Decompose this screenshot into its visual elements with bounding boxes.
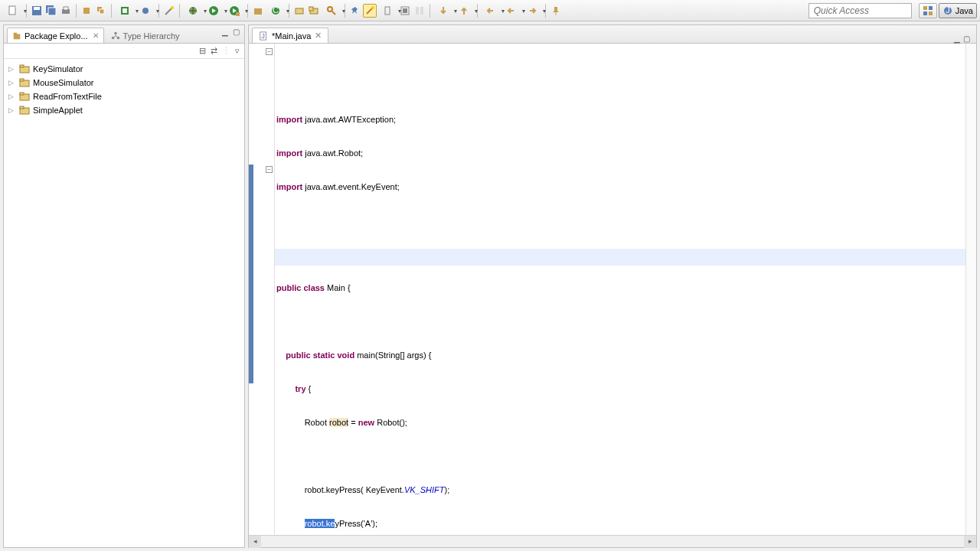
next-annotation-button[interactable]: ▾ bbox=[433, 4, 453, 18]
close-icon[interactable]: ✕ bbox=[315, 31, 322, 41]
toggle-mark-button[interactable] bbox=[363, 4, 377, 18]
toggle-block-button[interactable] bbox=[398, 4, 412, 18]
print-button[interactable] bbox=[59, 4, 73, 18]
link-editor-icon[interactable]: ⇄ bbox=[211, 46, 217, 56]
show-whitespace-button[interactable] bbox=[413, 4, 426, 18]
svg-rect-44 bbox=[20, 79, 24, 81]
save-all-button[interactable] bbox=[44, 4, 58, 18]
open-type-button[interactable] bbox=[292, 4, 306, 18]
editor-gutter[interactable]: − − bbox=[249, 44, 275, 535]
project-folder-icon bbox=[19, 77, 30, 88]
svg-point-38 bbox=[114, 31, 116, 34]
project-folder-icon bbox=[19, 64, 30, 74]
skip-breakpoints-button[interactable]: ▾ bbox=[136, 4, 155, 18]
collapse-all-icon[interactable]: ⊟ bbox=[199, 46, 206, 56]
svg-rect-20 bbox=[296, 8, 303, 14]
svg-text:J: J bbox=[946, 5, 950, 15]
svg-text:J: J bbox=[261, 31, 265, 40]
java-perspective-button[interactable]: JJava bbox=[939, 3, 977, 18]
expand-arrow-icon[interactable]: ▷ bbox=[8, 79, 16, 86]
code-editor[interactable]: import java.awt.AWTException; import jav… bbox=[275, 44, 976, 535]
pin-button[interactable] bbox=[348, 4, 362, 18]
package-icon bbox=[12, 31, 21, 41]
editor-tab-filename: *Main.java bbox=[272, 31, 311, 41]
editor-body[interactable]: − − import java.awt.AWTException; import… bbox=[249, 44, 976, 535]
svg-rect-37 bbox=[14, 32, 17, 34]
forward-button[interactable]: ▾ bbox=[522, 4, 542, 18]
code-token: public bbox=[286, 350, 310, 360]
tree-item-project[interactable]: ▷ ReadFromTextFile bbox=[5, 90, 243, 103]
last-edit-button[interactable]: ▾ bbox=[481, 4, 501, 18]
package-explorer-tab[interactable]: Package Explo... ✕ bbox=[7, 28, 104, 43]
package-explorer-tab-label: Package Explo... bbox=[24, 31, 88, 41]
code-token: import bbox=[276, 148, 302, 158]
code-token: ); bbox=[444, 485, 449, 494]
tree-item-project[interactable]: ▷ SimpleApplet bbox=[5, 103, 243, 117]
svg-point-12 bbox=[171, 6, 174, 9]
fold-toggle-icon[interactable]: − bbox=[266, 48, 273, 55]
build-all-button[interactable] bbox=[94, 4, 108, 18]
build-button[interactable] bbox=[80, 4, 93, 18]
svg-rect-33 bbox=[929, 11, 933, 15]
type-hierarchy-tab[interactable]: Type Hierarchy bbox=[106, 28, 185, 43]
horizontal-scrollbar[interactable]: ◂ ▸ bbox=[249, 535, 976, 547]
expand-arrow-icon[interactable]: ▷ bbox=[8, 93, 16, 100]
code-token: static bbox=[313, 350, 335, 360]
svg-rect-0 bbox=[9, 6, 15, 15]
prev-annotation-button[interactable]: ▾ bbox=[454, 4, 474, 18]
tree-item-project[interactable]: ▷ KeySimulator bbox=[5, 62, 243, 76]
code-token: yPress('A'); bbox=[335, 519, 377, 528]
scroll-right-icon[interactable]: ▸ bbox=[964, 536, 976, 548]
filters-icon[interactable]: ⋮ bbox=[222, 46, 230, 56]
new-button[interactable]: ▾ bbox=[3, 4, 23, 18]
minimize-view-icon[interactable]: ▁ bbox=[222, 28, 228, 36]
expand-arrow-icon[interactable]: ▷ bbox=[8, 65, 16, 73]
annotation-nav-button[interactable]: ▾ bbox=[377, 4, 397, 18]
fold-toggle-icon[interactable]: − bbox=[266, 166, 273, 173]
code-token: java.awt.event.KeyEvent; bbox=[302, 182, 400, 191]
svg-point-11 bbox=[142, 8, 149, 14]
open-task-button[interactable] bbox=[307, 4, 321, 18]
svg-rect-48 bbox=[20, 106, 24, 109]
code-token: import bbox=[276, 115, 302, 124]
svg-rect-36 bbox=[14, 34, 21, 39]
tree-item-project[interactable]: ▷ MouseSimulator bbox=[5, 76, 243, 90]
code-token: robot bbox=[329, 418, 348, 427]
quick-access[interactable] bbox=[808, 3, 912, 18]
change-marker bbox=[249, 165, 253, 383]
svg-rect-32 bbox=[923, 11, 927, 15]
new-package-button[interactable] bbox=[251, 4, 265, 18]
save-button[interactable] bbox=[30, 4, 44, 18]
tree-item-label: SimpleApplet bbox=[33, 106, 83, 115]
tree-item-label: ReadFromTextFile bbox=[33, 92, 102, 101]
perspective-label: Java bbox=[956, 6, 973, 15]
code-token: Robot bbox=[276, 418, 329, 427]
magic-wand-button[interactable] bbox=[162, 4, 176, 18]
new-class-button[interactable]: C▾ bbox=[266, 4, 286, 18]
minimize-editor-icon[interactable]: ▁ bbox=[954, 34, 960, 43]
quick-access-input[interactable] bbox=[808, 3, 912, 18]
close-icon[interactable]: ✕ bbox=[93, 31, 99, 40]
view-menu-icon[interactable]: ▿ bbox=[235, 46, 240, 56]
back-button[interactable]: ▾ bbox=[501, 4, 521, 18]
pin-editor-button[interactable] bbox=[549, 4, 563, 18]
maximize-editor-icon[interactable]: ▢ bbox=[963, 34, 970, 43]
toggle-breakpoint-button[interactable]: ▾ bbox=[115, 4, 135, 18]
run-last-button[interactable]: ▾ bbox=[224, 4, 244, 18]
svg-text:C: C bbox=[273, 5, 279, 15]
package-explorer-view: Package Explo... ✕ Type Hierarchy ▁ ▢ ⊟ … bbox=[3, 24, 245, 548]
project-folder-icon bbox=[19, 91, 30, 102]
search-button[interactable]: ▾ bbox=[322, 4, 341, 18]
svg-rect-29 bbox=[420, 7, 423, 15]
svg-rect-28 bbox=[416, 7, 419, 15]
scroll-left-icon[interactable]: ◂ bbox=[249, 536, 261, 548]
svg-rect-17 bbox=[254, 8, 262, 15]
maximize-view-icon[interactable]: ▢ bbox=[233, 28, 240, 36]
open-perspective-button[interactable] bbox=[919, 3, 937, 18]
expand-arrow-icon[interactable]: ▷ bbox=[8, 106, 16, 114]
code-token: import bbox=[276, 182, 302, 191]
svg-rect-9 bbox=[100, 9, 104, 14]
editor-tab-main[interactable]: J *Main.java ✕ bbox=[252, 28, 328, 43]
run-button[interactable]: ▾ bbox=[204, 4, 224, 18]
debug-button[interactable]: ▾ bbox=[183, 4, 203, 18]
